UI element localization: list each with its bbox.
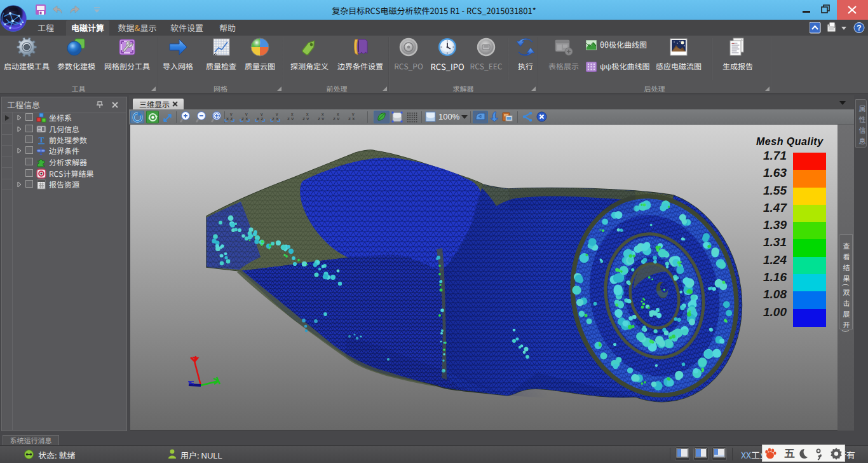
svg-text:z v: z v: [333, 116, 339, 121]
svg-text:x: x: [337, 112, 339, 116]
svg-text:v: v: [261, 112, 263, 116]
svg-text:v: v: [352, 112, 355, 116]
svg-text:z x: z x: [348, 116, 355, 121]
svg-text:x: x: [306, 112, 309, 116]
svg-text:v: v: [245, 112, 248, 116]
svg-text:?: ?: [857, 24, 861, 32]
svg-text:z x: z x: [241, 116, 248, 121]
svg-text:z v: z v: [318, 116, 324, 121]
svg-text:z v: z v: [302, 116, 309, 121]
svg-text:x z: x z: [226, 116, 233, 121]
svg-text:T: T: [39, 135, 44, 144]
svg-text:z x: z x: [272, 116, 278, 121]
svg-text:x: x: [291, 112, 294, 116]
svg-text:v: v: [230, 112, 233, 116]
svg-text:z v: z v: [287, 116, 294, 121]
svg-text:v: v: [276, 112, 278, 116]
svg-text:五: 五: [784, 446, 795, 460]
svg-text:x: x: [322, 112, 324, 116]
svg-text:x z: x z: [257, 116, 263, 121]
